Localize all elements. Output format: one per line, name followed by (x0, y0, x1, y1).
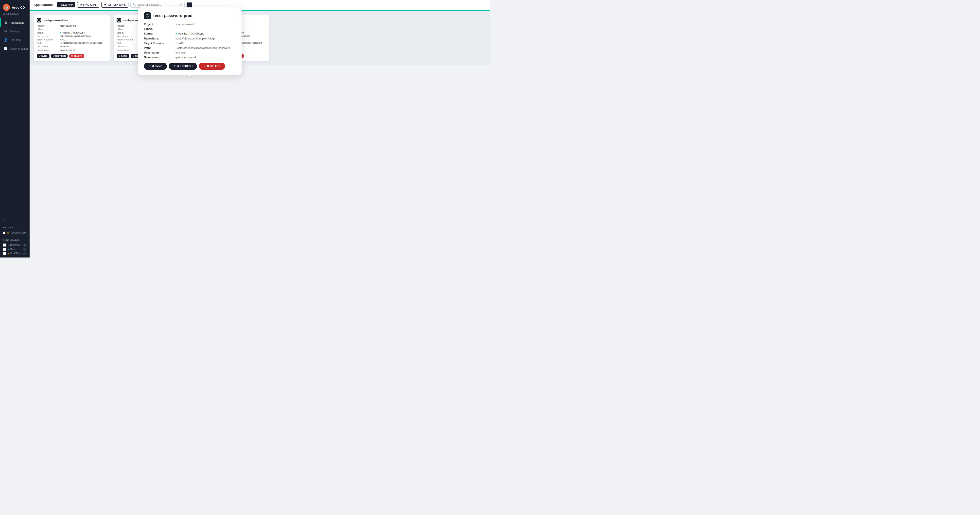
app-card-prod-status-label: Status: (116, 31, 139, 34)
favorites-checkbox[interactable] (3, 231, 5, 234)
app-card-dev-revision-value: HEAD (60, 38, 66, 41)
app-card-dev-ns-row: Namespace: gitopsdemo-dev (37, 49, 107, 51)
app-card-dev-project-label: Project: (37, 24, 59, 27)
tooltip-labels-label: Labels: (144, 27, 173, 30)
sidebar-item-userinfo-label: User Info (10, 38, 21, 41)
sidebar-item-settings[interactable]: ⚙ Settings (0, 27, 30, 35)
app-card-dev-labels-label: Labels: (37, 28, 59, 30)
tooltip-delete-icon-btn: ✕ (204, 65, 205, 68)
tooltip-sync-button[interactable]: ↺ ↺ SYNC (144, 63, 167, 70)
app-card-dev: reset-password-dev ☆ Project: reset-pass… (33, 15, 110, 61)
app-card-dev-repo-label: Repository: (37, 35, 59, 37)
tooltip-sync-label: ↺ SYNC (152, 65, 162, 68)
sidebar-item-applications[interactable]: ⊞ Applications (0, 18, 30, 27)
tooltip-status-row: Status: ♥ Healthy ⊙ OutOfSync (144, 32, 235, 35)
sidebar-logo: 🤖 Argo CD (0, 0, 30, 13)
sync-item-outofsync[interactable]: ● OutOfSync 3 (3, 251, 27, 255)
tooltip-dest-label: Destination: (144, 51, 173, 54)
refresh-apps-button[interactable]: ↺ REFRESH APPS (101, 2, 129, 8)
outofsync-checkbox[interactable] (3, 252, 6, 255)
sidebar-app-name: Argo CD (12, 6, 25, 10)
outofsync-dot-icon: ● (7, 252, 9, 255)
app-card-dev-actions: ↺ SYNC ↺ REFRESH ✕ DELETE (37, 54, 107, 58)
tooltip-health-text: Healthy (178, 32, 187, 35)
tooltip-path-label: Path: (144, 46, 173, 49)
favorites-filter[interactable]: ★ Favorites Only (3, 231, 27, 235)
tooltip-labels-row: Labels: (144, 27, 235, 30)
app-card-dev-sync-text: OutOfSync (73, 31, 84, 34)
app-card-dev-icon (37, 18, 41, 22)
tooltip-project-row: Project: reset-password (144, 23, 235, 26)
tooltip-status-label: Status: (144, 32, 173, 35)
sidebar-collapse-btn[interactable]: ← (0, 215, 30, 224)
app-card-dev-dest-value: in-cluster (60, 45, 70, 48)
app-card-prod-icon (116, 18, 121, 22)
app-card-dev-sync-icon: ⊙ (70, 31, 73, 34)
sync-item-outofsync-left: ● OutOfSync (3, 252, 22, 255)
search-icon: 🔍 (133, 3, 136, 6)
app-card-prod-dest-label: Destination: (116, 45, 139, 48)
card-prod-sync-button[interactable]: ↺ SYNC (116, 54, 129, 58)
app-card-dev-repo-value: https://github.com/bobpach/blogs (60, 35, 91, 37)
sync-item-unknown-left: ○ Unknown (3, 244, 21, 247)
sidebar-version: v2.5.4+86b2dde (0, 13, 30, 18)
tooltip-dest-row: Destination: in-cluster (144, 51, 235, 54)
argo-icon: 🤖 (3, 4, 10, 11)
tooltip-refresh-button[interactable]: ↺ ↺ REFRESH (169, 63, 197, 70)
sidebar-item-userinfo[interactable]: 👤 User Info (0, 35, 30, 44)
app-card-dev-star[interactable]: ☆ (104, 19, 107, 22)
tooltip-star-button[interactable]: ☆ (232, 14, 235, 18)
favorites-star-icon: ★ (7, 231, 9, 234)
app-card-prod-ns-label: Namespace: (116, 49, 139, 51)
favorites-label: Favorites Only (11, 231, 26, 234)
tooltip-repo-row: Repository: https://github.com/bobpach/b… (144, 37, 235, 40)
tooltip-revision-label: Target Revision: (144, 42, 173, 45)
app-card-dev-revision-label: Target Revision: (37, 38, 59, 41)
app-card-dev-status-row: Status: ♥ Healthy ⊙ OutOfSync (37, 31, 107, 34)
filters-title: FILTERS (3, 226, 27, 229)
unknown-count: 0 (23, 244, 27, 247)
app-card-dev-project-value: reset-password (60, 24, 76, 27)
new-app-button[interactable]: + NEW APP (57, 2, 75, 7)
tooltip-repo-label: Repository: (144, 37, 173, 40)
tooltip-revision-value: HEAD (175, 42, 183, 45)
tooltip-sync-icon: ⊙ (188, 32, 191, 35)
app-card-dev-repo-row: Repository: https://github.com/bobpach/b… (37, 35, 107, 37)
sync-status-minimize-btn[interactable]: − (25, 239, 27, 241)
main-content: Applications + NEW APP ↺ SYNC APPS ↺ REF… (30, 0, 490, 257)
sync-item-synced[interactable]: ● Synced 0 (3, 247, 27, 251)
app-card-dev-name: reset-password-dev (43, 19, 68, 22)
card-dev-delete-button[interactable]: ✕ DELETE (69, 54, 84, 58)
sidebar-item-settings-label: Settings (10, 30, 19, 33)
tooltip-ns-value: gitopsdemo-prod (175, 56, 196, 59)
sidebar-item-documentation[interactable]: 📄 Documentation (0, 44, 30, 53)
unknown-checkbox[interactable] (3, 244, 6, 247)
app-card-qa-star[interactable]: ☆ (264, 19, 266, 22)
app-card-dev-path-row: Path: PostgresGitOps/gitops/admin/reset-… (37, 42, 107, 45)
unknown-dot-icon: ○ (7, 244, 9, 246)
tooltip-dest-value: in-cluster (175, 51, 186, 54)
search-input[interactable] (137, 3, 178, 6)
outofsync-label: OutOfSync (10, 252, 22, 255)
sync-item-synced-left: ● Synced (3, 248, 18, 251)
filter-toggle-button[interactable]: − (186, 2, 192, 7)
sidebar-item-documentation-label: Documentation (10, 47, 28, 50)
sync-apps-button[interactable]: ↺ SYNC APPS (77, 2, 99, 8)
card-dev-refresh-button[interactable]: ↺ REFRESH (51, 54, 68, 58)
tooltip-ns-label: Namespace: (144, 56, 173, 59)
sync-item-unknown[interactable]: ○ Unknown 0 (3, 243, 27, 247)
card-dev-sync-button[interactable]: ↺ SYNC (37, 54, 49, 58)
tooltip-health-icon: ♥ (175, 32, 178, 35)
tooltip-sync-text: OutOfSync (191, 32, 204, 35)
tooltip-refresh-icon-btn: ↺ (173, 65, 175, 68)
synced-checkbox[interactable] (3, 248, 6, 251)
synced-dot-icon: ● (7, 248, 9, 250)
sidebar: 🤖 Argo CD v2.5.4+86b2dde ⊞ Applications … (0, 0, 30, 257)
unknown-label: Unknown (10, 244, 21, 246)
tooltip-title-area: reset-password-prod (144, 12, 192, 19)
page-header: Applications + NEW APP ↺ SYNC APPS ↺ REF… (30, 0, 490, 10)
app-card-prod-labels-label: Labels: (116, 28, 139, 30)
search-bar[interactable]: 🔍 / (130, 2, 185, 8)
tooltip-actions: ↺ ↺ SYNC ↺ ↺ REFRESH ✕ ✕ DELETE (144, 63, 235, 70)
tooltip-delete-button[interactable]: ✕ ✕ DELETE (199, 63, 225, 70)
